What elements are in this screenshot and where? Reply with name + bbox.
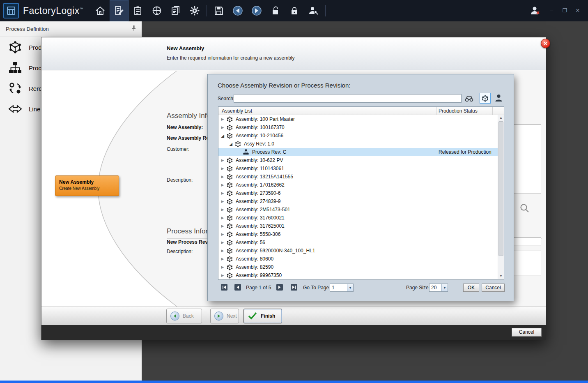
assembly-filter-button[interactable]	[480, 93, 491, 104]
expander-icon[interactable]: ▶	[220, 117, 225, 121]
list-item[interactable]: ▶ Assembly: 317600021	[218, 214, 498, 222]
list-item-label: Assembly: 170162662	[236, 182, 498, 188]
expander-icon[interactable]: ▶	[220, 191, 225, 195]
assembly-icon	[235, 141, 241, 147]
minimize-button[interactable]: –	[548, 0, 555, 21]
expander-icon[interactable]: ▶	[220, 273, 225, 277]
binoculars-icon[interactable]	[465, 95, 473, 104]
partial-input[interactable]	[510, 237, 541, 245]
production-clipboard-icon[interactable]	[129, 0, 147, 21]
expander-icon[interactable]: ▶	[220, 265, 225, 269]
unlock-icon[interactable]	[266, 0, 285, 21]
goto-page-label: Go To Page	[303, 285, 329, 291]
expander-icon[interactable]: ▶	[220, 183, 225, 187]
column-header-production-status[interactable]: Production Status	[439, 108, 478, 114]
home-icon[interactable]	[91, 0, 110, 21]
panel-header: Process Definition	[0, 21, 142, 37]
list-item[interactable]: ◢ Assembly: 10-210456	[218, 132, 498, 140]
expander-icon[interactable]: ▶	[220, 257, 225, 261]
last-page-button[interactable]	[291, 284, 297, 291]
settings-gear-icon[interactable]	[185, 0, 204, 21]
list-item[interactable]: ▶ Assembly: 100167370	[218, 123, 498, 132]
scroll-down-icon[interactable]: ▼	[498, 273, 504, 279]
finish-button[interactable]: Finish	[243, 309, 282, 323]
process-definition-icon[interactable]	[110, 0, 129, 21]
list-item[interactable]: ▶ Assembly: 13215A141555	[218, 173, 498, 181]
column-divider	[436, 107, 436, 115]
page-size-select[interactable]: 20 ▼	[429, 284, 448, 292]
expander-icon[interactable]: ▶	[220, 216, 225, 220]
previous-page-button[interactable]	[234, 284, 241, 291]
list-item[interactable]: ▶ Assembly: 10-622 PV	[218, 156, 498, 164]
list-item-label: Assembly: 99967350	[236, 272, 498, 278]
scrollbar-thumb[interactable]	[498, 121, 503, 256]
list-item[interactable]: ▶ Assembly: 5558-306	[218, 230, 498, 238]
list-item[interactable]: ▶ Assembly: 100 Part Master	[218, 115, 498, 123]
field-search-icon[interactable]	[519, 203, 530, 215]
column-header-assembly-list[interactable]: Assembly List	[222, 108, 252, 114]
next-button[interactable]: Next	[210, 309, 239, 323]
list-item-label: Assembly: 317625001	[236, 223, 498, 229]
list-item[interactable]: ▶ Assembly: 273590-6	[218, 189, 498, 197]
expander-icon[interactable]: ▶	[220, 208, 225, 212]
expander-icon[interactable]: ▶	[220, 175, 225, 179]
assembly-icon	[227, 256, 233, 262]
assembly-icon	[227, 272, 233, 279]
scrollbar[interactable]: ▲ ▼	[498, 115, 504, 279]
partial-list-box[interactable]	[510, 124, 541, 194]
user-search-icon[interactable]	[304, 0, 323, 21]
expander-icon[interactable]: ◢	[228, 142, 233, 146]
list-item[interactable]: ▶ Assembly: 99967350	[218, 271, 498, 279]
list-item-label: Assembly: 10-622 PV	[236, 157, 498, 163]
assembly-icon	[227, 231, 233, 238]
expander-icon[interactable]: ▶	[220, 224, 225, 228]
goto-page-select[interactable]: 1 ▼	[330, 284, 354, 292]
pin-icon[interactable]	[131, 25, 137, 33]
ok-button[interactable]: OK	[463, 284, 479, 292]
list-item[interactable]: ▶ Assembly: 56	[218, 238, 498, 247]
cancel-button[interactable]: Cancel	[512, 328, 542, 337]
dialog-close-button[interactable]: ✕	[541, 39, 550, 48]
next-page-button[interactable]	[276, 284, 283, 291]
list-item[interactable]: ▶ Assembly: 5920000N-340_100_HL1	[218, 247, 498, 255]
maximize-button[interactable]: ❐	[561, 0, 568, 21]
save-icon[interactable]	[209, 0, 228, 21]
list-item[interactable]: Process Rev: C Released for Production	[218, 148, 498, 156]
close-button[interactable]: ✕	[574, 0, 581, 21]
reports-icon[interactable]	[166, 0, 185, 21]
expander-icon[interactable]: ▶	[220, 125, 225, 129]
wizard-nav-item-new-assembly[interactable]: New Assembly Create New Assembly	[55, 175, 119, 196]
list-item[interactable]: ▶ Assembly: 110143061	[218, 164, 498, 173]
person-filter-icon[interactable]	[495, 94, 503, 104]
back-icon[interactable]	[228, 0, 247, 21]
list-item[interactable]: ◢ Assy Rev: 1.0	[218, 140, 498, 148]
list-item-label: Assembly: 5920000N-340_100_HL1	[236, 248, 498, 254]
back-button[interactable]: Back	[166, 309, 202, 323]
expander-icon[interactable]: ▶	[220, 166, 225, 171]
expander-icon[interactable]: ◢	[220, 134, 225, 138]
first-page-button[interactable]	[221, 284, 227, 291]
list-item[interactable]: ▶ Assembly: 80600	[218, 255, 498, 263]
expander-icon[interactable]: ▶	[220, 158, 225, 162]
list-item[interactable]: ▶ Assembly: 170162662	[218, 181, 498, 189]
list-item[interactable]: ▶ Assembly: 274839-9	[218, 197, 498, 205]
user-logout-icon[interactable]	[528, 0, 542, 21]
expander-icon[interactable]: ▶	[220, 240, 225, 245]
search-input[interactable]	[234, 94, 462, 103]
lock-icon[interactable]	[285, 0, 304, 21]
forward-icon[interactable]	[247, 0, 266, 21]
list-item[interactable]: ▶ Assembly: 2M51473-501	[218, 205, 498, 214]
description-label: Description:	[167, 177, 193, 183]
expander-icon[interactable]: ▶	[220, 249, 225, 253]
chooser-cancel-button[interactable]: Cancel	[482, 284, 505, 292]
expander-icon[interactable]: ▶	[220, 199, 225, 203]
list-item[interactable]: ▶ Assembly: 82590	[218, 263, 498, 271]
expander-icon[interactable]: ▶	[220, 232, 225, 236]
list-item[interactable]: ▶ Assembly: 317625001	[218, 222, 498, 230]
navigation-compass-icon[interactable]	[147, 0, 166, 21]
partial-textarea[interactable]	[510, 251, 541, 275]
list-item-label: Assembly: 56	[236, 240, 498, 245]
scroll-up-icon[interactable]: ▲	[498, 115, 504, 121]
list-item-label: Assembly: 273590-6	[236, 190, 498, 196]
list-item-label: Assembly: 100 Part Master	[236, 116, 498, 122]
